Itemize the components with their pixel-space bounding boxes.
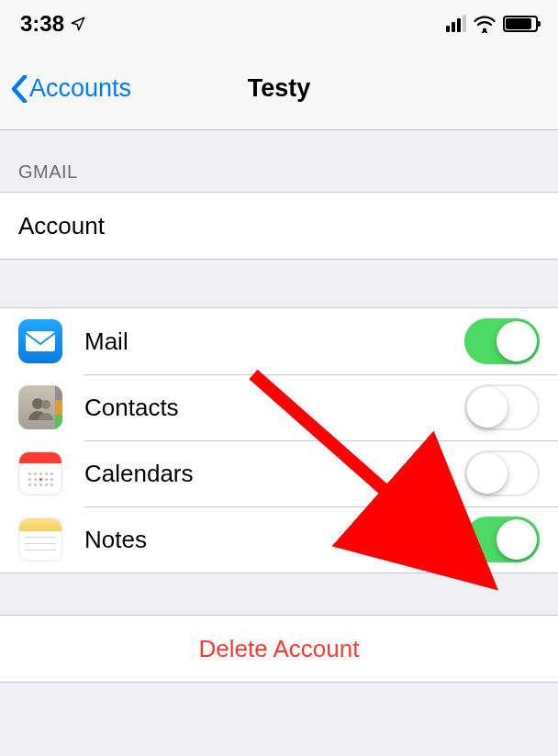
service-row-calendars: Calendars	[0, 440, 558, 506]
wifi-icon	[474, 15, 496, 33]
notes-icon	[18, 517, 62, 561]
service-row-notes: Notes	[0, 506, 558, 573]
toggle-notes[interactable]	[464, 517, 540, 562]
group-spacer	[0, 573, 558, 615]
group-spacer	[0, 260, 558, 307]
svg-point-3	[41, 400, 50, 409]
calendars-icon	[18, 451, 62, 495]
toggle-mail[interactable]	[464, 318, 540, 364]
contacts-icon	[18, 385, 62, 429]
svg-rect-1	[26, 331, 55, 351]
services-group: Mail Contacts Calendars	[0, 307, 558, 573]
delete-label: Delete Account	[199, 635, 360, 663]
status-right	[446, 15, 538, 33]
service-label: Mail	[84, 328, 128, 356]
status-bar: 3:38	[0, 0, 558, 48]
service-row-mail: Mail	[0, 308, 558, 374]
delete-group: Delete Account	[0, 615, 558, 683]
nav-bar: Accounts Testy	[0, 48, 558, 130]
status-time: 3:38	[20, 11, 64, 37]
section-header-gmail: GMAIL	[0, 130, 558, 192]
status-left: 3:38	[20, 11, 86, 37]
service-label: Contacts	[84, 394, 179, 422]
back-label: Accounts	[29, 74, 131, 103]
location-arrow-icon	[70, 16, 86, 32]
service-label: Calendars	[84, 460, 194, 488]
mail-icon	[18, 319, 62, 363]
battery-icon	[503, 16, 538, 32]
back-button[interactable]: Accounts	[11, 74, 131, 103]
toggle-contacts[interactable]	[464, 384, 540, 430]
account-label: Account	[18, 212, 105, 240]
service-label: Notes	[84, 526, 147, 554]
svg-point-0	[483, 28, 486, 32]
service-row-contacts: Contacts	[0, 374, 558, 440]
delete-account-button[interactable]: Delete Account	[0, 616, 558, 682]
toggle-calendars[interactable]	[464, 450, 540, 496]
cellular-signal-icon	[446, 16, 466, 32]
chevron-left-icon	[11, 75, 28, 103]
account-group: Account	[0, 192, 558, 260]
page-title: Testy	[248, 74, 311, 103]
account-row[interactable]: Account	[0, 193, 558, 259]
